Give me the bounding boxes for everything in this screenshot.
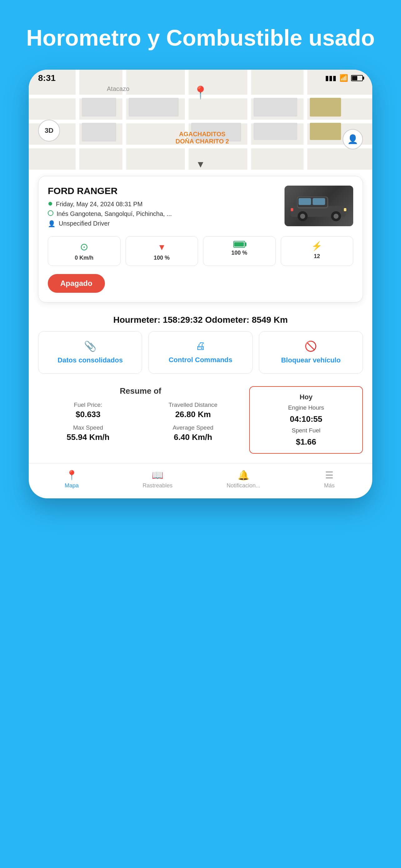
nav-notificaciones-label: Notificacion... [226,483,260,489]
map-label-place: Fuel Price: AGACHADITOSDOÑA CHARITO 2 [175,131,229,145]
resume-distance-label: Travelled Distance [143,402,243,408]
vehicle-datetime-row: Friday, May 24, 2024 08:31 PM [48,200,278,208]
wifi-icon: 📶 [339,74,348,82]
nav-notificaciones[interactable]: 🔔 Notificacion... [201,470,287,489]
svg-point-8 [334,214,338,219]
vehicle-status-button[interactable]: Apagado [48,274,105,293]
resume-section: Resume of Fuel Price: $0.633 Travelled D… [29,380,372,457]
resume-avg-speed-value: 6.40 Km/h [143,432,243,442]
nav-mas[interactable]: ☰ Más [287,470,372,489]
svg-rect-4 [312,198,325,205]
rastreables-icon: 📖 [152,470,163,480]
battery-icon [233,241,245,248]
vehicle-datetime: Friday, May 24, 2024 08:31 PM [56,200,143,208]
datos-icon: 📎 [84,340,97,352]
vehicle-location: Inés Gangotena, Sangolquí, Pichincha, ..… [57,210,172,217]
vehicle-driver: Unspecified Driver [59,220,110,227]
vehicle-location-row: Inés Gangotena, Sangolquí, Pichincha, ..… [48,210,278,217]
datos-label: Datos consolidados [58,356,123,365]
resume-title: Resume of [38,386,243,396]
notificaciones-icon: 🔔 [238,470,249,480]
spent-fuel-value: $1.66 [296,437,316,447]
vehicle-name: FORD RANGER [48,186,278,196]
hoy-box: Hoy Engine Hours 04:10:55 Spent Fuel $1.… [249,386,363,454]
driver-icon: 👤 [48,220,56,227]
bloquear-vehiculo-button[interactable]: 🚫 Bloquear vehículo [259,331,363,374]
resume-fuel-price-value: $0.633 [38,410,138,419]
stat-battery-value: 100 % [231,250,247,256]
nav-mapa-label: Mapa [65,483,79,489]
bottom-nav: 📍 Mapa 📖 Rastreables 🔔 Notificacion... ☰… [29,463,372,498]
resume-max-speed-label: Max Speed [38,424,138,431]
vehicle-header: FORD RANGER Friday, May 24, 2024 08:31 P… [48,186,353,230]
vehicle-driver-row: 👤 Unspecified Driver [48,220,278,227]
location-icon [48,210,54,217]
resume-avg-speed: Average Speed 6.40 Km/h [143,424,243,442]
map-area: Atacazo Fuel Price: AGACHADITOSDOÑA CHAR… [29,70,372,170]
stat-speed-value: 0 Km/h [75,255,93,261]
svg-rect-9 [344,208,346,211]
resume-fuel-price-label: Fuel Price: [38,402,138,408]
hourmeter-row: Hourmeter: 158:29:32 Odometer: 8549 Km [29,309,372,328]
resume-distance: Travelled Distance 26.80 Km [143,402,243,419]
phone-frame: Atacazo Fuel Price: AGACHADITOSDOÑA CHAR… [29,70,372,499]
stat-battery: 100 % [203,236,276,266]
resume-fuel-price: Fuel Price: $0.633 [38,402,138,419]
map-collapse-arrow[interactable]: ▼ [196,159,205,170]
stat-lightning-value: 12 [314,253,320,260]
svg-rect-10 [291,208,293,211]
bloquear-icon: 🚫 [304,340,317,352]
nav-mas-label: Más [324,483,334,489]
action-buttons-row: 📎 Datos consolidados 🖨 Control Commands … [29,328,372,380]
status-time: 8:31 [38,73,56,83]
bloquear-label: Bloquear vehículo [281,356,341,365]
svg-point-6 [300,214,305,219]
resume-max-speed-value: 55.94 Km/h [38,432,138,442]
control-label: Control Commands [169,355,232,365]
stat-lightning: ⚡ 12 [281,236,354,266]
vehicle-info: FORD RANGER Friday, May 24, 2024 08:31 P… [48,186,278,230]
nav-mapa[interactable]: 📍 Mapa [29,470,114,489]
hoy-title: Hoy [300,393,312,401]
signal-bars-icon: ▮▮▮ [325,74,336,82]
resume-grid: Fuel Price: $0.633 Travelled Distance 26… [38,402,243,442]
map-pin-icon: 📍 [193,85,208,100]
resume-left: Resume of Fuel Price: $0.633 Travelled D… [38,386,243,454]
stat-signal: ▾ 100 % [126,236,198,266]
control-commands-button[interactable]: 🖨 Control Commands [148,331,252,374]
control-icon: 🖨 [196,340,205,352]
map-3d-button[interactable]: 3D [38,120,60,142]
status-icons: ▮▮▮ 📶 [325,74,363,82]
resume-max-speed: Max Speed 55.94 Km/h [38,424,138,442]
nav-rastreables-label: Rastreables [142,483,172,489]
nav-rastreables[interactable]: 📖 Rastreables [114,470,201,489]
lightning-icon: ⚡ [311,241,322,251]
engine-hours-label: Engine Hours [288,404,324,411]
mas-icon: ☰ [325,470,334,480]
hourmeter-text: Hourmeter: 158:29:32 Odometer: 8549 Km [113,315,288,324]
battery-status-icon [351,75,363,81]
datos-consolidados-button[interactable]: 📎 Datos consolidados [38,331,142,374]
clock-icon [48,200,53,208]
stat-signal-value: 100 % [154,255,170,261]
resume-distance-value: 26.80 Km [143,410,243,419]
vehicle-image [285,186,353,226]
svg-rect-3 [299,198,311,205]
stat-speed: ⊙ 0 Km/h [48,236,121,266]
map-person-icon[interactable]: 👤 [343,129,363,149]
signal-icon: ▾ [159,241,164,253]
mapa-icon: 📍 [66,470,77,480]
status-bar: 8:31 ▮▮▮ 📶 [29,70,372,87]
speedometer-icon: ⊙ [80,241,89,253]
engine-hours-value: 04:10:55 [290,414,322,424]
vehicle-card: FORD RANGER Friday, May 24, 2024 08:31 P… [38,176,363,303]
resume-avg-speed-label: Average Speed [143,424,243,431]
hero-title: Horometro y Combustible usado [7,0,394,70]
spent-fuel-label: Spent Fuel [292,427,321,434]
vehicle-stats-row: ⊙ 0 Km/h ▾ 100 % 100 % ⚡ 12 [48,236,353,266]
